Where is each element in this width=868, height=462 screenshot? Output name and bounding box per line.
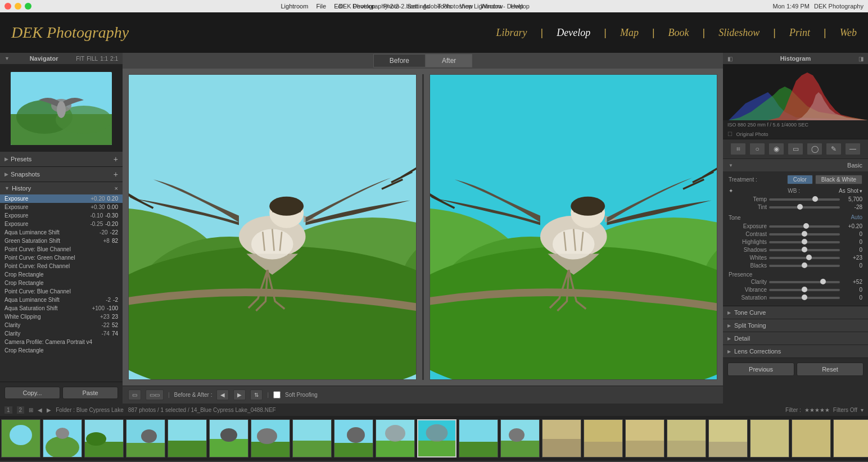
- history-item-1[interactable]: Exposure +0.300.00: [0, 203, 123, 211]
- highlights-slider[interactable]: [769, 241, 840, 243]
- temp-thumb[interactable]: [812, 196, 818, 202]
- film-thumb-0[interactable]: [1, 419, 40, 458]
- film-thumb-14[interactable]: [584, 419, 623, 458]
- previous-button[interactable]: Previous: [727, 363, 794, 376]
- film-thumb-5[interactable]: [209, 419, 248, 458]
- auto-btn[interactable]: Auto: [851, 214, 862, 220]
- contrast-thumb[interactable]: [802, 231, 807, 237]
- film-thumb-15[interactable]: [625, 419, 664, 458]
- history-item-14[interactable]: White Clipping +2323: [0, 312, 123, 321]
- settings-tool[interactable]: —: [845, 143, 861, 155]
- nav-slideshow[interactable]: Slideshow: [718, 27, 760, 39]
- exposure-slider[interactable]: [769, 225, 840, 228]
- redeye-tool[interactable]: ◉: [768, 143, 784, 155]
- reset-button[interactable]: Reset: [797, 363, 864, 376]
- copy-settings-btn[interactable]: ⇅: [250, 389, 263, 400]
- color-btn[interactable]: Color: [787, 175, 813, 184]
- swap-right-btn[interactable]: ▶: [233, 389, 246, 400]
- clip-highlights-btn[interactable]: ◨: [858, 56, 864, 62]
- saturation-slider[interactable]: [769, 297, 840, 299]
- whites-slider[interactable]: [769, 257, 840, 259]
- basic-header[interactable]: ▼ Basic: [723, 159, 868, 171]
- shadows-slider[interactable]: [769, 249, 840, 251]
- clarity-slider[interactable]: [769, 281, 840, 283]
- film-thumb-9[interactable]: [376, 419, 415, 458]
- menu-lightroom[interactable]: Lightroom: [281, 3, 308, 10]
- presets-header[interactable]: ▶ Presets +: [0, 152, 123, 166]
- film-thumb-8[interactable]: [334, 419, 373, 458]
- saturation-thumb[interactable]: [802, 295, 807, 300]
- swap-left-btn[interactable]: ◀: [216, 389, 229, 400]
- history-item-3[interactable]: Exposure -0.25-0.20: [0, 220, 123, 228]
- grid-icon[interactable]: ⊞: [29, 407, 33, 413]
- nav-print[interactable]: Print: [789, 27, 810, 39]
- history-item-0[interactable]: Exposure +0.20 0.20: [0, 194, 123, 203]
- spot-removal-tool[interactable]: ○: [749, 143, 765, 155]
- film-thumb-13[interactable]: [542, 419, 581, 458]
- film-thumb-20[interactable]: [833, 419, 868, 458]
- adjustment-brush-tool[interactable]: ✎: [826, 143, 842, 155]
- history-item-2[interactable]: Exposure -0.10-0.30: [0, 211, 123, 220]
- copy-button[interactable]: Copy...: [4, 387, 60, 399]
- film-thumb-19[interactable]: [792, 419, 831, 458]
- zoom-2to1[interactable]: 2:1: [110, 56, 118, 62]
- film-thumb-18[interactable]: [750, 419, 789, 458]
- film-thumb-2[interactable]: [84, 419, 124, 458]
- radial-filter-tool[interactable]: ◯: [807, 143, 822, 155]
- history-item-9[interactable]: Crop Rectangle: [0, 270, 123, 279]
- minimize-button[interactable]: [15, 3, 21, 10]
- history-item-5[interactable]: Green Saturation Shift +882: [0, 237, 123, 245]
- blacks-slider[interactable]: [769, 265, 840, 267]
- history-item-8[interactable]: Point Curve: Red Channel: [0, 262, 123, 270]
- tone-curve-header[interactable]: ▶ Tone Curve: [723, 306, 868, 319]
- history-item-13[interactable]: Aqua Saturation Shift +100-100: [0, 304, 123, 312]
- nav-develop[interactable]: Develop: [557, 27, 590, 39]
- clip-shadows-btn[interactable]: ◧: [727, 56, 733, 62]
- frame-num-2[interactable]: 2: [17, 406, 25, 414]
- history-item-15[interactable]: Clarity -2252: [0, 321, 123, 329]
- nav-library[interactable]: Library: [496, 27, 527, 39]
- history-item-17[interactable]: Camera Profile: Camera Portrait v4: [0, 338, 123, 346]
- eyedropper-icon[interactable]: ✦: [729, 188, 733, 194]
- wb-value[interactable]: As Shot ▾: [839, 188, 862, 194]
- graduated-filter-tool[interactable]: ▭: [788, 143, 803, 155]
- soft-proofing-checkbox[interactable]: [273, 391, 281, 398]
- film-thumb-17[interactable]: [708, 419, 748, 458]
- blacks-thumb[interactable]: [802, 262, 807, 268]
- nav-map[interactable]: Map: [620, 27, 639, 39]
- zoom-fit[interactable]: FIT: [76, 56, 84, 62]
- history-item-7[interactable]: Point Curve: Green Channel: [0, 253, 123, 262]
- film-thumb-4[interactable]: [168, 419, 207, 458]
- clarity-thumb[interactable]: [820, 279, 826, 284]
- contrast-slider[interactable]: [769, 233, 840, 235]
- history-item-11[interactable]: Point Curve: Blue Channel: [0, 287, 123, 296]
- snapshots-header[interactable]: ▶ Snapshots +: [0, 167, 123, 182]
- menu-file[interactable]: File: [316, 3, 326, 10]
- whites-thumb[interactable]: [806, 255, 812, 260]
- film-thumb-7[interactable]: [292, 419, 332, 458]
- history-item-18[interactable]: Crop Rectangle: [0, 346, 123, 355]
- vibrance-slider[interactable]: [769, 289, 840, 291]
- zoom-fill[interactable]: FILL: [87, 56, 98, 62]
- film-thumb-16[interactable]: [667, 419, 706, 458]
- history-header[interactable]: ▼ History ×: [0, 182, 123, 194]
- tint-thumb[interactable]: [797, 204, 803, 210]
- history-item-12[interactable]: Aqua Luminance Shift -2-2: [0, 296, 123, 304]
- crop-tool[interactable]: ⌗: [730, 143, 746, 155]
- view-single-btn[interactable]: ▭: [128, 389, 141, 400]
- snapshots-add[interactable]: +: [114, 170, 118, 179]
- presets-add[interactable]: +: [114, 155, 118, 164]
- vibrance-thumb[interactable]: [802, 287, 807, 292]
- filter-arrow[interactable]: ▾: [861, 407, 864, 413]
- tint-slider[interactable]: [769, 206, 840, 209]
- frame-num-1[interactable]: 1: [4, 406, 12, 414]
- split-toning-header[interactable]: ▶ Split Toning: [723, 319, 868, 332]
- paste-button[interactable]: Paste: [62, 387, 118, 399]
- prev-arrow[interactable]: ◀: [38, 407, 42, 413]
- filters-off[interactable]: Filters Off: [833, 407, 857, 413]
- history-item-6[interactable]: Point Curve: Blue Channel: [0, 245, 123, 253]
- next-arrow[interactable]: ▶: [47, 407, 51, 413]
- highlights-thumb[interactable]: [802, 239, 807, 244]
- temp-slider[interactable]: [769, 198, 840, 201]
- film-thumb-1[interactable]: [43, 419, 82, 458]
